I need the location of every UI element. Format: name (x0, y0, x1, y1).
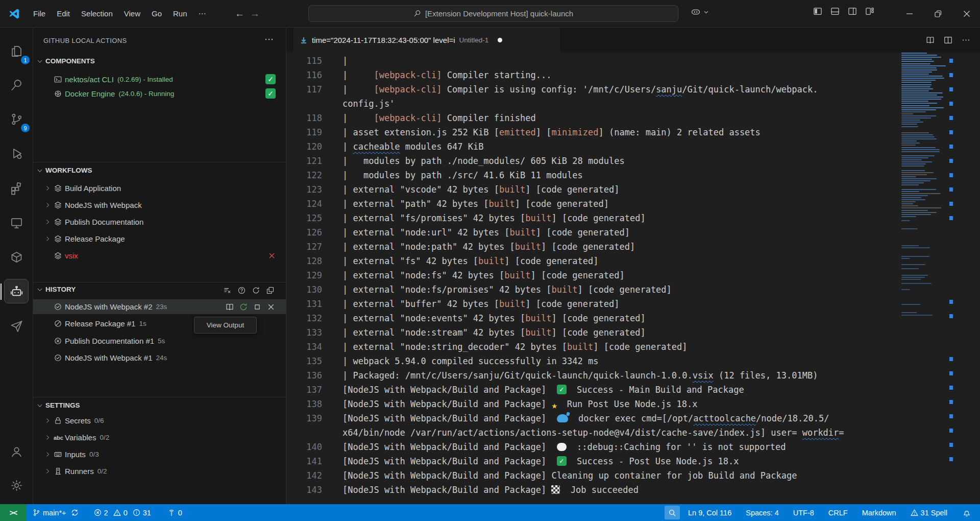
activity-item-accounts[interactable] (4, 439, 29, 464)
clear-history-icon[interactable] (223, 286, 232, 295)
refresh-icon[interactable] (252, 286, 260, 295)
sidebar-title: GITHUB LOCAL ACTIONS (43, 37, 127, 44)
zoom-status-item[interactable] (665, 506, 680, 519)
history-item-3[interactable]: NodeJS with Webpack #124s (33, 350, 286, 365)
toggle-secondary-sidebar-icon[interactable] (847, 6, 857, 16)
activity-item-remote-explorer[interactable] (4, 210, 29, 235)
workflow-error-icon[interactable] (267, 251, 276, 260)
spell-checker-item[interactable]: 31 Spell (906, 504, 951, 521)
emoji-check-icon (557, 385, 567, 394)
more-actions-icon[interactable] (961, 35, 971, 45)
toggle-panel-icon[interactable] (830, 6, 840, 16)
minimap[interactable] (900, 53, 945, 504)
cursor-position[interactable]: Ln 9, Col 116 (684, 504, 736, 521)
code-line: 130| external "node:fs/promises" 42 byte… (286, 282, 980, 297)
activity-item-source-control[interactable]: 9 (4, 107, 29, 131)
minimap-line (901, 86, 930, 87)
workflow-nodejs-with-webpack[interactable]: NodeJS with Webpack (33, 198, 286, 212)
close-button[interactable] (952, 0, 980, 28)
sidebar-more-actions[interactable]: ⋯ (264, 34, 274, 45)
component-0[interactable]: nektos/act CLI(0.2.69) - Installed (33, 72, 286, 87)
tree-item-count: 23s (156, 303, 167, 311)
minimap-line (901, 61, 934, 62)
workflow-release-package[interactable]: Release Package (33, 231, 286, 246)
ports-item[interactable]: 0 (163, 504, 186, 521)
split-editor-icon[interactable] (943, 35, 953, 45)
menu-edit[interactable]: Edit (51, 0, 76, 28)
branch-item[interactable]: main*+ (29, 504, 83, 521)
menu-selection[interactable]: Selection (76, 0, 118, 28)
command-center-search[interactable]: [Extension Development Host] quick-launc… (308, 5, 678, 22)
minimap-line (901, 59, 932, 60)
section-header-workflows[interactable]: WORKFLOWS (36, 167, 92, 174)
customize-layout-icon[interactable] (865, 6, 875, 16)
activity-item-containers[interactable] (4, 245, 29, 269)
section-label: COMPONENTS (45, 57, 95, 65)
minimap-line (901, 65, 946, 66)
minimap-line (901, 94, 937, 96)
stop-icon[interactable] (253, 302, 262, 312)
eol-sequence[interactable]: CRLF (824, 504, 852, 521)
menu-more[interactable]: ⋯ (193, 0, 212, 28)
sync-icon (71, 509, 79, 516)
workflow-build-application[interactable]: Build Application (33, 181, 286, 196)
workflow-vsix[interactable]: vsix (33, 248, 286, 263)
view-output-icon[interactable] (225, 302, 234, 312)
setting-inputs[interactable]: Inputs0/3 (33, 447, 286, 462)
minimap-line (901, 99, 941, 100)
problems-item[interactable]: 2 0 31 (90, 504, 155, 521)
activity-item-search[interactable] (4, 73, 29, 97)
minimap-line (901, 205, 918, 206)
copilot-button[interactable] (690, 6, 709, 17)
restore-button[interactable] (924, 0, 952, 28)
line-number: 137 (286, 383, 322, 397)
notifications-bell[interactable] (959, 504, 975, 521)
line-number: 133 (286, 325, 322, 340)
activity-item-settings-gear[interactable] (4, 473, 29, 498)
section-header-settings[interactable]: SETTINGS (36, 401, 80, 409)
activity-item-publish[interactable] (4, 314, 29, 338)
section-header-history[interactable]: HISTORY (36, 286, 76, 293)
section-header-components[interactable]: COMPONENTS (36, 57, 95, 65)
activity-item-github-local-actions[interactable] (4, 279, 29, 303)
magnifier-icon (668, 509, 676, 517)
toggle-sidebar-icon[interactable] (813, 6, 823, 16)
menu-file[interactable]: File (28, 0, 51, 28)
close-icon[interactable] (266, 302, 276, 312)
activity-item-explorer[interactable]: 1 (4, 39, 29, 63)
menu-run[interactable]: Run (167, 0, 193, 28)
minimap-line (901, 315, 933, 316)
copy-icon[interactable] (266, 286, 275, 295)
overview-ruler-mark (949, 300, 953, 304)
modified-dot-icon[interactable] (498, 38, 502, 42)
component-1[interactable]: Docker Engine(24.0.6) - Running (33, 86, 286, 101)
activity-item-run-debug[interactable] (4, 141, 29, 165)
open-preview-icon[interactable] (925, 35, 935, 45)
rerun-icon[interactable] (239, 302, 248, 312)
activity-item-extensions[interactable] (4, 176, 29, 200)
overview-ruler-mark (949, 429, 953, 433)
setting-runners[interactable]: Runners0/2 (33, 464, 286, 479)
code-area[interactable]: 115| 116| [webpack-cli] Compiler startin… (286, 53, 980, 504)
overview-ruler-mark (949, 59, 953, 63)
encoding[interactable]: UTF-8 (789, 504, 818, 521)
forward-arrow-icon[interactable]: → (248, 8, 263, 19)
minimize-button[interactable] (895, 0, 924, 28)
setting-secrets[interactable]: Secrets0/6 (33, 413, 286, 428)
tree-item-label: Publish Documentation (65, 218, 143, 226)
indentation[interactable]: Spaces: 4 (742, 504, 783, 521)
warning-icon (911, 509, 918, 516)
tree-item-count: 1s (139, 320, 146, 327)
back-arrow-icon[interactable]: ← (232, 8, 248, 19)
workflow-publish-documentation[interactable]: Publish Documentation (33, 215, 286, 229)
emoji-speech-icon (557, 443, 567, 451)
language-mode[interactable]: Markdown (858, 504, 900, 521)
setting-variables[interactable]: abcVariables0/2 (33, 430, 286, 445)
remote-indicator[interactable]: >< (0, 504, 27, 521)
help-icon[interactable] (237, 286, 246, 295)
history-item-2[interactable]: Publish Documentation #15s (33, 334, 286, 348)
menu-go[interactable]: Go (146, 0, 167, 28)
menu-view[interactable]: View (118, 0, 146, 28)
history-item-0[interactable]: NodeJS with Webpack #223s (33, 299, 286, 314)
tab-untitled-1[interactable]: time="2024-11-17T18:32:43-05:00" level=i… (293, 28, 560, 53)
